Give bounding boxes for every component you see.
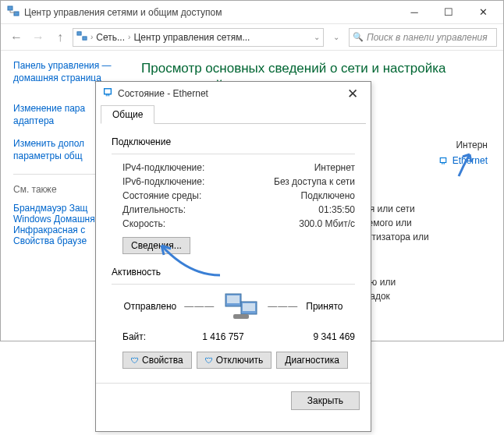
disable-button[interactable]: 🛡Отключить xyxy=(197,352,272,369)
bytes-sent: 1 416 757 xyxy=(169,331,277,342)
search-input[interactable]: Поиск в панели управления xyxy=(349,28,497,47)
dialog-body: Подключение IPv4-подключение:Интернет IP… xyxy=(96,124,371,383)
ipv4-row: IPv4-подключение:Интернет xyxy=(112,161,355,175)
breadcrumb-part: Сеть... xyxy=(96,32,125,43)
computers-icon xyxy=(222,292,260,320)
breadcrumb[interactable]: › Сеть... › Центр управления сетям... ⌄ xyxy=(73,28,324,47)
chevron-icon: › xyxy=(128,33,130,41)
shield-icon: 🛡 xyxy=(131,356,139,365)
svg-rect-7 xyxy=(227,295,240,303)
sidebar-infrared[interactable]: Инфракрасная с xyxy=(13,225,85,235)
dash-icon: ——— xyxy=(268,301,298,312)
bytes-label: Байт: xyxy=(122,331,169,342)
ethernet-icon xyxy=(438,157,448,166)
svg-rect-0 xyxy=(8,6,12,10)
chevron-icon: ⌄ xyxy=(314,33,320,41)
dialog-action-buttons: 🛡Свойства 🛡Отключить Диагностика xyxy=(112,345,355,375)
svg-rect-2 xyxy=(77,32,81,35)
dialog-titlebar: Состояние - Ethernet ✕ xyxy=(96,82,371,105)
activity-label: Активность xyxy=(112,267,355,278)
svg-rect-5 xyxy=(105,88,112,94)
forward-button[interactable]: → xyxy=(29,28,48,47)
dialog-close-button[interactable]: ✕ xyxy=(341,86,364,102)
ethernet-icon xyxy=(102,87,113,101)
titlebar: Центр управления сетями и общим доступом… xyxy=(1,1,503,24)
minimize-button[interactable]: ─ xyxy=(397,2,431,23)
window-title: Центр управления сетями и общим доступом xyxy=(24,7,397,18)
bytes-row: Байт: 1 416 757 9 341 469 xyxy=(112,328,355,345)
details-button[interactable]: Сведения... xyxy=(122,237,190,254)
ethernet-link[interactable]: Ethernet xyxy=(438,155,488,166)
back-button[interactable]: ← xyxy=(7,28,26,47)
ethernet-status-dialog: Состояние - Ethernet ✕ Общие Подключение… xyxy=(95,81,371,432)
access-value: Интерн xyxy=(456,140,488,150)
dash-icon: ——— xyxy=(184,301,215,312)
window-controls: ─ ☐ ✕ xyxy=(397,2,500,23)
svg-rect-4 xyxy=(441,158,447,163)
dialog-title: Состояние - Ethernet xyxy=(118,88,341,99)
breadcrumb-part: Центр управления сетям... xyxy=(133,32,250,43)
history-dropdown[interactable]: ⌄ xyxy=(327,28,346,47)
svg-rect-3 xyxy=(83,37,87,40)
diagnose-button[interactable]: Диагностика xyxy=(276,352,348,369)
svg-rect-9 xyxy=(243,303,255,311)
bytes-received: 9 341 469 xyxy=(277,331,355,342)
sidebar-browser-props[interactable]: Свойства браузе xyxy=(13,235,87,246)
separator xyxy=(112,154,355,154)
media-row: Состояние среды:Подключено xyxy=(112,189,355,203)
dialog-footer: Закрыть xyxy=(96,383,371,418)
close-button[interactable]: ✕ xyxy=(466,2,500,23)
separator xyxy=(112,284,355,285)
up-button[interactable]: ↑ xyxy=(51,28,69,47)
navbar: ← → ↑ › Сеть... › Центр управления сетям… xyxy=(1,24,503,51)
shield-icon: 🛡 xyxy=(205,356,213,365)
recv-label: Принято xyxy=(306,301,343,312)
activity-group: Активность Отправлено ——— ——— Принято Ба… xyxy=(112,267,355,345)
sent-label: Отправлено xyxy=(124,301,177,312)
activity-diagram: Отправлено ——— ——— Принято xyxy=(112,292,355,320)
search-placeholder: Поиск в панели управления xyxy=(367,32,488,43)
duration-row: Длительность:01:35:50 xyxy=(112,203,355,217)
network-center-icon xyxy=(7,5,20,19)
tab-strip: Общие xyxy=(101,105,366,124)
properties-button[interactable]: 🛡Свойства xyxy=(122,352,192,369)
maximize-button[interactable]: ☐ xyxy=(431,2,466,23)
chevron-icon: › xyxy=(91,33,93,41)
connection-group: Подключение xyxy=(112,136,355,147)
tab-general[interactable]: Общие xyxy=(101,105,154,124)
svg-rect-10 xyxy=(233,314,249,319)
close-dialog-button[interactable]: Закрыть xyxy=(291,391,360,410)
breadcrumb-icon xyxy=(76,30,87,44)
ipv6-row: IPv6-подключение:Без доступа к сети xyxy=(112,175,355,189)
speed-row: Скорость:300.0 Мбит/с xyxy=(112,217,355,231)
